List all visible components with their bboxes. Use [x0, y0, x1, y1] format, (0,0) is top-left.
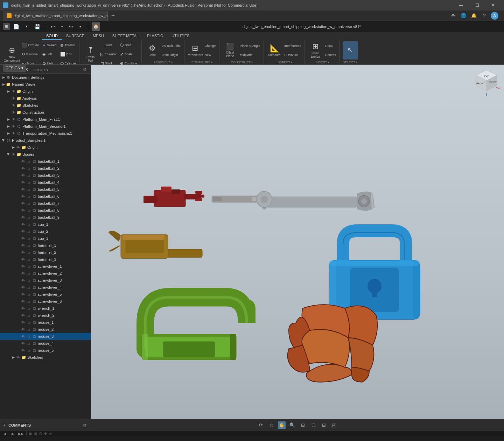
tree-item-transportation-mechanism[interactable]: ▶👁⬡Transportation_Mechanism:1	[0, 130, 91, 137]
body-visibility-icon[interactable]: □	[26, 285, 31, 290]
eye-icon[interactable]: 👁	[10, 89, 16, 94]
tree-item-basketball_8[interactable]: 👁□□basketball_8	[0, 207, 91, 214]
save-button[interactable]: 💾	[33, 22, 41, 31]
tree-item-mouse_1[interactable]: 👁□□mouse_1	[0, 319, 91, 326]
tree-item-screwdriver_1[interactable]: 👁□□screwdriver_1	[0, 263, 91, 270]
tree-item-basketball_7[interactable]: 👁□□basketball_7	[0, 200, 91, 207]
eye-icon[interactable]: 👁	[10, 131, 16, 136]
help-icon[interactable]: ?	[480, 12, 489, 20]
nav-cube[interactable]: TOP FRONT RIGHT Y X	[472, 68, 500, 96]
tree-item-hammer_2[interactable]: 👁□□hammer_2	[0, 249, 91, 256]
tree-item-basketball_2[interactable]: 👁□□basketball_2	[0, 165, 91, 172]
eye-icon[interactable]: 👁	[20, 320, 26, 325]
tab-solid[interactable]: SOLID	[42, 32, 62, 40]
viewport[interactable]: TOP FRONT RIGHT Y X	[91, 65, 504, 419]
bb-play-button[interactable]: ▶	[9, 431, 16, 436]
tree-item-analysis[interactable]: 👁📁Analysis	[0, 95, 91, 102]
select-button[interactable]: ↖	[343, 41, 358, 59]
new-file-icon[interactable]: ⊕	[449, 12, 457, 20]
expand-comments-arrow[interactable]: ▲	[3, 423, 6, 427]
body-visibility-icon[interactable]: □	[26, 208, 31, 213]
as-built-joint-button[interactable]: As-Built Joint	[161, 42, 182, 50]
tree-item-screwdriver_5[interactable]: 👁□□screwdriver_5	[0, 291, 91, 298]
web-icon[interactable]: 🌐	[459, 12, 468, 20]
tree-item-screwdriver_2[interactable]: 👁□□screwdriver_2	[0, 270, 91, 277]
bb-icon-3[interactable]: ⬡	[38, 432, 43, 435]
undo-button[interactable]: ↩	[49, 22, 57, 31]
fit-tool-button[interactable]: ⊞	[299, 421, 307, 429]
eye-icon[interactable]: 👁	[20, 222, 26, 227]
tree-item-basketball_1[interactable]: 👁□□basketball_1	[0, 158, 91, 165]
extrude-button[interactable]: ⬛ Extrude	[20, 41, 40, 49]
bb-prev-button[interactable]: ◀	[1, 431, 8, 436]
undo-dropdown[interactable]: ▾	[58, 22, 66, 31]
select-dropdown[interactable]: ▾	[356, 61, 358, 64]
body-visibility-icon[interactable]: □	[26, 320, 31, 325]
eye-icon[interactable]: 👁	[20, 348, 26, 353]
eye-icon[interactable]: 👁	[20, 257, 26, 262]
bb-icon-4[interactable]: ⚙	[43, 432, 48, 435]
measure-button[interactable]: 📐 Measure	[267, 41, 282, 59]
eye-icon[interactable]: 👁	[20, 187, 26, 192]
tree-item-mouse_3[interactable]: 👁□□mouse_3	[0, 333, 91, 340]
cylinder-button[interactable]: ⬭ Cylinder	[59, 59, 78, 68]
body-visibility-icon[interactable]: □	[26, 180, 31, 185]
body-visibility-icon[interactable]: □	[26, 229, 31, 234]
eye-icon[interactable]: 👁	[20, 299, 26, 304]
chamfer-button[interactable]: ◺ Chamfer	[99, 50, 118, 58]
look-tool-button[interactable]: ◎	[267, 421, 275, 429]
frame-select-button[interactable]: ⬡	[309, 421, 317, 429]
orbit-tool-button[interactable]: ⟳	[257, 421, 265, 429]
tab-sheet-metal[interactable]: SHEET METAL	[108, 32, 143, 40]
hole-button[interactable]: ⊙ Hole	[41, 59, 58, 68]
tree-item-mouse_4[interactable]: 👁□□mouse_4	[0, 340, 91, 347]
plane-at-angle-button[interactable]: Plane at Angle	[238, 42, 261, 50]
eye-icon[interactable]: 👁	[15, 145, 21, 150]
eye-icon[interactable]: 👁	[15, 355, 21, 360]
tab-plastic[interactable]: PLASTIC	[143, 32, 167, 40]
eye-icon[interactable]: 👁	[20, 250, 26, 255]
tree-item-screwdriver_4[interactable]: 👁□□screwdriver_4	[0, 284, 91, 291]
joint-origin-button[interactable]: Joint Origin	[161, 51, 182, 59]
body-visibility-icon[interactable]: □	[26, 278, 31, 283]
body-visibility-icon[interactable]: □	[26, 250, 31, 255]
eye-icon[interactable]: 👁	[20, 278, 26, 283]
redo-dropdown[interactable]: ▾	[76, 22, 84, 31]
change-btn[interactable]: Change	[203, 42, 217, 50]
eye-icon[interactable]: 👁	[20, 285, 26, 290]
tree-item-basketball_6[interactable]: 👁□□basketball_6	[0, 193, 91, 200]
tree-item-bodies[interactable]: ▶👁📁Bodies	[0, 151, 91, 158]
parameters-button[interactable]: ⊞ Parameters	[187, 41, 203, 59]
body-visibility-icon[interactable]: □	[26, 173, 31, 178]
tree-item-origin-ps[interactable]: ▶👁📁Origin	[0, 144, 91, 151]
tree-item-mouse_2[interactable]: 👁□□mouse_2	[0, 326, 91, 333]
file-tab[interactable]: digital_twin_enabled_smart_shipping_work…	[3, 11, 108, 21]
sweep-button[interactable]: ⤷ Sweep	[41, 41, 58, 49]
new-component-button[interactable]: ⊕ NewComponent	[4, 45, 20, 63]
fillet-button[interactable]: ⌒ Fillet	[99, 41, 118, 49]
eye-icon[interactable]: 👁	[10, 110, 16, 115]
eye-icon[interactable]: 👁	[20, 201, 26, 206]
tree-item-basketball_9[interactable]: 👁□□basketball_9	[0, 214, 91, 221]
tree-item-wrench_1[interactable]: 👁□□wrench_1	[0, 305, 91, 312]
eye-icon[interactable]: 👁	[20, 341, 26, 346]
eye-icon[interactable]: 👁	[10, 124, 16, 129]
body-visibility-icon[interactable]: □	[26, 194, 31, 199]
eye-icon[interactable]: 👁	[20, 194, 26, 199]
midplane-button[interactable]: Midplane	[238, 51, 261, 59]
eye-icon[interactable]: 👁	[10, 152, 16, 157]
grid-view-button[interactable]: ⊟	[320, 421, 328, 429]
body-visibility-icon[interactable]: □	[26, 215, 31, 220]
body-visibility-icon[interactable]: □	[26, 341, 31, 346]
insert-derive-button[interactable]: ⊞ InsertDerive	[308, 41, 323, 59]
scale-button[interactable]: ⤢ Scale	[119, 50, 139, 58]
open-file-button[interactable]: ▾	[22, 22, 31, 31]
eye-icon[interactable]: 👁	[20, 229, 26, 234]
new-file-button[interactable]: 📄	[12, 22, 20, 31]
configure-dropdown[interactable]: ▾	[211, 61, 213, 64]
tree-item-wrench_2[interactable]: 👁□□wrench_2	[0, 312, 91, 319]
body-visibility-icon[interactable]: □	[26, 201, 31, 206]
tree-item-sketches-top[interactable]: 👁📁Sketches	[0, 102, 91, 109]
eye-icon[interactable]: 👁	[20, 180, 26, 185]
tree-item-mouse_5[interactable]: 👁□□mouse_5	[0, 347, 91, 354]
